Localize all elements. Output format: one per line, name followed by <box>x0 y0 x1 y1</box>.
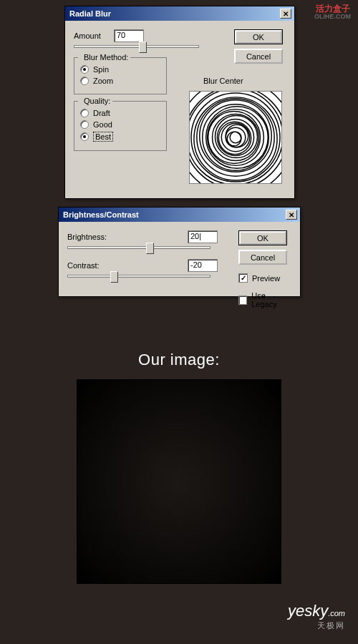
watermark-top: 活力盒子 OLIHE.COM <box>314 4 351 21</box>
result-preview-image <box>77 379 281 584</box>
watermark-bottom: yesky.com 天极网 <box>288 602 345 631</box>
spin-radio-row[interactable]: Spin <box>80 65 160 74</box>
blur-center-label: Blur Center <box>203 77 243 85</box>
slider-thumb[interactable] <box>146 243 154 254</box>
cancel-button[interactable]: Cancel <box>238 250 287 265</box>
brightness-label: Brightness: <box>67 233 107 241</box>
bc-title: Brightness/Contrast <box>63 210 139 219</box>
radio-icon[interactable] <box>80 132 89 141</box>
checkbox-icon[interactable] <box>238 273 248 283</box>
svg-point-13 <box>218 122 251 154</box>
radial-title: Radial Blur <box>69 9 111 18</box>
contrast-input[interactable]: -20 <box>188 259 218 272</box>
amount-input[interactable]: 70 <box>114 29 144 42</box>
cancel-button[interactable]: Cancel <box>234 49 283 64</box>
amount-label: Amount <box>74 31 101 40</box>
checkbox-icon[interactable] <box>238 296 247 305</box>
radial-blur-dialog: Radial Blur ✕ OK Cancel Amount 70 Blur M… <box>64 6 295 199</box>
svg-point-4 <box>213 114 259 161</box>
draft-radio-row[interactable]: Draft <box>80 109 160 117</box>
close-icon[interactable]: ✕ <box>280 9 291 19</box>
ok-button[interactable]: OK <box>234 29 283 44</box>
good-radio-row[interactable]: Good <box>80 120 160 129</box>
blur-method-fieldset: Blur Method: Spin Zoom <box>74 58 167 94</box>
radio-icon[interactable] <box>80 120 89 129</box>
svg-point-5 <box>208 109 264 166</box>
quality-fieldset: Quality: Draft Good Best <box>74 102 167 151</box>
radio-icon[interactable] <box>80 65 89 74</box>
radial-titlebar[interactable]: Radial Blur ✕ <box>65 6 294 21</box>
best-radio-row[interactable]: Best <box>80 132 160 142</box>
slider-thumb[interactable] <box>110 271 118 283</box>
preview-checkbox-row[interactable]: Preview <box>238 273 290 283</box>
contrast-slider[interactable] <box>67 275 211 278</box>
close-icon[interactable]: ✕ <box>286 210 297 220</box>
slider-thumb[interactable] <box>139 42 147 53</box>
contrast-label: Contrast: <box>67 261 100 270</box>
brightness-input[interactable]: 20| <box>188 230 218 243</box>
blur-center-preview[interactable] <box>189 91 282 184</box>
ok-button[interactable]: OK <box>238 230 287 245</box>
legacy-checkbox-row[interactable]: Use Legacy <box>238 291 290 308</box>
brightness-contrast-dialog: Brightness/Contrast ✕ OK Cancel Preview … <box>58 207 301 297</box>
brightness-slider[interactable] <box>67 246 211 249</box>
page-heading: Our image: <box>0 351 358 369</box>
zoom-radio-row[interactable]: Zoom <box>80 77 160 85</box>
radio-icon[interactable] <box>80 77 89 85</box>
radio-icon[interactable] <box>80 109 89 117</box>
bc-titlebar[interactable]: Brightness/Contrast ✕ <box>59 208 300 222</box>
amount-slider[interactable] <box>74 45 199 48</box>
